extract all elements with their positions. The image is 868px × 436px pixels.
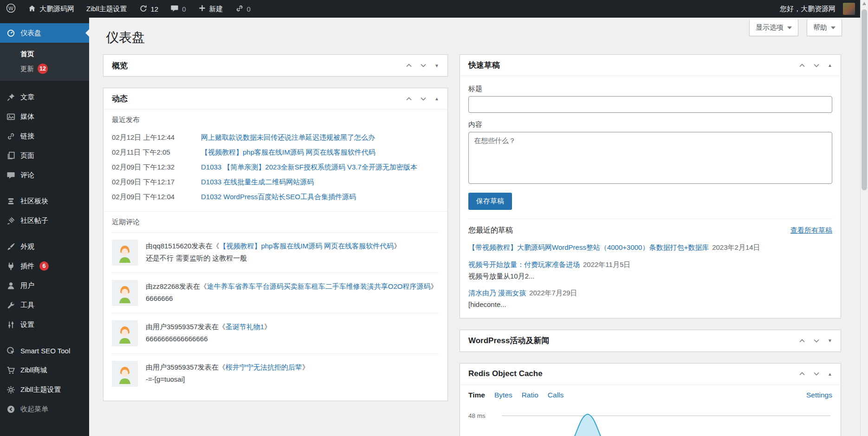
collapse-toggle-icon[interactable]: ▲	[434, 96, 439, 101]
sidebar-item-smart-seo-tool[interactable]: Smart SEO Tool	[0, 341, 89, 360]
move-up-icon[interactable]	[799, 63, 805, 68]
move-up-icon[interactable]	[799, 338, 805, 343]
comment-body: 还是不行 需要监听的 这教程一般	[146, 253, 401, 263]
admin-bar: W 大鹏源码网 Zibll主题设置 12 0 新建 0 您好，大鹏资源网	[0, 0, 868, 18]
sidebar-item-plugins[interactable]: 插件 6	[0, 256, 89, 276]
tab-calls[interactable]: Calls	[548, 391, 564, 399]
sidebar-item-pages[interactable]: 页面	[0, 146, 89, 165]
recent-post-row: 02月12日 上午12:44 网上赌取款说数据未回传还说注单延迟违规被黑了怎么办	[112, 130, 439, 145]
sidebar-item-media[interactable]: 媒体	[0, 107, 89, 126]
redis-panel-header[interactable]: Redis Object Cache ▲	[460, 364, 841, 385]
collapse-arrow-icon	[6, 405, 15, 414]
quick-draft-panel-header[interactable]: 快速草稿 ▲	[460, 55, 841, 76]
draft-item: 视频号开始放量：付费玩家准备进场2022年11月5日 视频号放量从10月2...	[468, 260, 832, 281]
wp-logo-menu[interactable]: W	[0, 0, 22, 18]
post-link[interactable]: D1033 【简单亲测】2023全新SF授权系统源码 V3.7全开源无加密版本	[201, 163, 439, 172]
pages-icon	[6, 151, 15, 160]
submenu-item-home[interactable]: 首页	[0, 46, 89, 61]
comments-menu[interactable]: 0	[164, 0, 192, 18]
activity-panel-header[interactable]: 动态 ▲	[104, 88, 447, 110]
draft-link[interactable]: 【带视频教程】大鹏源码网WordPress整站（4000+3000）条数据打包+…	[468, 243, 709, 251]
move-down-icon[interactable]	[420, 63, 427, 68]
post-link[interactable]: D1033 在线批量生成二维码网站源码	[201, 178, 439, 187]
sidebar-item-settings[interactable]: 设置	[0, 315, 89, 334]
sidebar-item-appearance[interactable]: 外观	[0, 237, 89, 256]
move-up-icon[interactable]	[406, 97, 412, 101]
comment-body: 6666666	[146, 293, 437, 304]
news-panel-header[interactable]: WordPress活动及新闻 ▼	[460, 330, 841, 351]
screen-options-button[interactable]: 显示选项	[749, 20, 798, 36]
sliders-icon	[6, 320, 15, 329]
sidebar-item-users[interactable]: 用户	[0, 276, 89, 295]
save-draft-button[interactable]: 保存草稿	[468, 193, 512, 210]
draft-title-input[interactable]	[468, 96, 832, 113]
screen-meta: 显示选项 帮助	[749, 20, 842, 36]
recent-post-row: 02月09日 下午12:04 D1032 WordPress百度站长SEO工具合…	[112, 189, 439, 204]
collapse-toggle-icon[interactable]: ▲	[828, 63, 832, 68]
plugins-badge: 6	[39, 261, 49, 271]
tab-ratio[interactable]: Ratio	[522, 391, 538, 399]
draft-link[interactable]: 清水由乃 漫画女孩	[468, 289, 526, 297]
sidebar-item-comments[interactable]: 评论	[0, 165, 89, 185]
new-content-menu[interactable]: 新建	[192, 0, 229, 18]
view-all-drafts-link[interactable]: 查看所有草稿	[790, 226, 832, 235]
pin-icon	[6, 93, 15, 102]
submenu-item-updates[interactable]: 更新 12	[0, 61, 89, 76]
collapse-toggle-icon[interactable]: ▲	[828, 371, 832, 377]
sidebar-item-tools[interactable]: 工具	[0, 295, 89, 315]
sidebar-item-zibll-theme-settings[interactable]: Zibll主题设置	[0, 380, 89, 399]
redis-object-cache-panel: Redis Object Cache ▲ Time Bytes Ratio Ca…	[460, 363, 841, 436]
avatar	[112, 280, 138, 306]
admin-bar-left: W 大鹏源码网 Zibll主题设置 12 0 新建 0	[0, 0, 257, 18]
panel-title: 动态	[112, 93, 128, 104]
sidebar-item-zibll-shop[interactable]: Zibll商城	[0, 360, 89, 380]
post-link[interactable]: D1032 WordPress百度站长SEO工具合集插件源码	[201, 193, 439, 202]
move-down-icon[interactable]	[813, 63, 820, 68]
account-menu[interactable]: 您好，大鹏资源网	[780, 0, 855, 18]
move-down-icon[interactable]	[420, 97, 427, 101]
sidebar-item-community-blocks[interactable]: 社区板块	[0, 191, 89, 211]
post-link[interactable]: 【视频教程】php客服在线IM源码 网页在线客服软件代码	[201, 148, 439, 157]
draft-link[interactable]: 视频号开始放量：付费玩家准备进场	[468, 260, 580, 268]
tab-bytes[interactable]: Bytes	[494, 391, 512, 399]
help-button[interactable]: 帮助	[807, 20, 842, 36]
collapse-toggle-icon[interactable]: ▼	[828, 338, 832, 343]
post-link[interactable]: 网上赌取款说数据未回传还说注单延迟违规被黑了怎么办	[201, 133, 439, 142]
comment-post-link[interactable]: 桜井宁宁无法抗拒的后辈	[226, 363, 302, 371]
comment-row: 由zz82268发表在《途牛养车省养车平台源码买卖新车租车二手车维修装潢共享O2…	[112, 273, 439, 313]
move-down-icon[interactable]	[813, 371, 820, 376]
move-up-icon[interactable]	[799, 371, 805, 376]
links-count: 0	[247, 5, 251, 13]
comment-post-link[interactable]: 途牛养车省养车平台源码买卖新车租车二手车维修装潢共享O2O程序源码	[207, 282, 431, 290]
collapse-toggle-icon[interactable]: ▼	[434, 63, 439, 68]
plug-icon	[6, 262, 15, 271]
comments-count: 0	[182, 5, 186, 13]
recent-post-row: 02月09日 下午12:17 D1033 在线批量生成二维码网站源码	[112, 175, 439, 189]
sidebar-item-community-posts[interactable]: 社区帖子	[0, 211, 89, 230]
quick-draft-panel: 快速草稿 ▲ 标题 内容 保存草稿 您最近的草稿 查看所有草稿	[460, 54, 841, 319]
overview-panel-header[interactable]: 概览 ▼	[104, 55, 447, 76]
sidebar-item-collapse-menu[interactable]: 收起菜单	[0, 399, 89, 419]
sidebar-item-dashboard[interactable]: 仪表盘	[0, 23, 89, 43]
move-down-icon[interactable]	[813, 338, 820, 343]
draft-content-textarea[interactable]	[468, 132, 832, 184]
site-name-menu[interactable]: 大鹏源码网	[22, 0, 80, 18]
scroll-up-icon[interactable]	[862, 2, 866, 5]
comment-post-link[interactable]: 【视频教程】php客服在线IM源码 网页在线客服软件代码	[219, 242, 394, 250]
redis-settings-link[interactable]: Settings	[806, 391, 832, 399]
scrollbar-thumb[interactable]	[862, 9, 867, 190]
sidebar-item-posts[interactable]: 文章	[0, 87, 89, 107]
tab-time[interactable]: Time	[468, 391, 485, 399]
chart-y-label: 48 ms	[468, 412, 486, 419]
comments-bubble-icon	[170, 4, 179, 14]
comment-post-link[interactable]: 圣诞节礼物1	[226, 323, 264, 331]
gear-icon	[6, 385, 15, 394]
updates-menu[interactable]: 12	[133, 0, 165, 18]
links-menu[interactable]: 0	[229, 0, 257, 18]
vertical-scrollbar[interactable]	[860, 0, 868, 436]
zibll-theme-menu[interactable]: Zibll主题设置	[80, 0, 133, 18]
move-up-icon[interactable]	[406, 63, 412, 68]
sidebar-item-links[interactable]: 链接	[0, 126, 89, 146]
zibll-theme-label: Zibll主题设置	[86, 5, 127, 13]
plus-icon	[198, 4, 206, 13]
